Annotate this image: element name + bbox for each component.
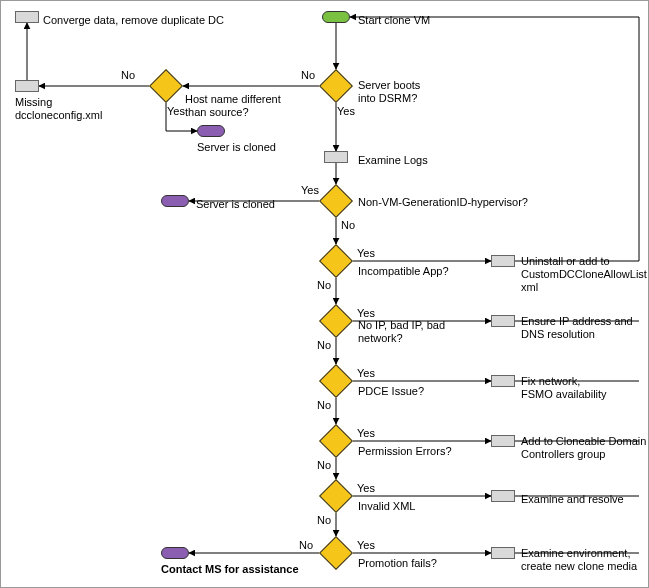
start-label: Start clone VM — [358, 14, 430, 27]
incomp-decision — [319, 244, 353, 278]
examres-label: Examine and resolve — [521, 493, 624, 506]
contact-terminator — [161, 547, 189, 559]
missing-process — [15, 80, 39, 92]
noip-decision-label: No IP, bad IP, bad network? — [358, 319, 445, 345]
pdce-yes: Yes — [357, 367, 375, 380]
fixnet-process — [491, 375, 515, 387]
uninstall-process — [491, 255, 515, 267]
host-yes: Yes — [167, 105, 185, 118]
host-decision-label: Host name different than source? — [185, 93, 281, 119]
ensureip-process — [491, 315, 515, 327]
cloned1-terminator — [197, 125, 225, 137]
examenv-label: Examine environment, create new clone me… — [521, 547, 637, 573]
xml-no: No — [317, 514, 331, 527]
converge-process — [15, 11, 39, 23]
start-terminator — [322, 11, 350, 23]
perm-no: No — [317, 459, 331, 472]
promo-decision-label: Promotion fails? — [358, 557, 437, 570]
pdce-decision-label: PDCE Issue? — [358, 385, 424, 398]
promo-yes: Yes — [357, 539, 375, 552]
addgroup-label: Add to Cloneable Domain Controllers grou… — [521, 435, 646, 461]
examine-label: Examine Logs — [358, 154, 428, 167]
incomp-no: No — [317, 279, 331, 292]
pdce-no: No — [317, 399, 331, 412]
xml-yes: Yes — [357, 482, 375, 495]
contact-label: Contact MS for assistance — [161, 563, 299, 576]
nonvm-no: No — [341, 219, 355, 232]
dsrm-decision — [319, 69, 353, 103]
noip-decision — [319, 304, 353, 338]
perm-decision-label: Permission Errors? — [358, 445, 452, 458]
flowchart-canvas: Start clone VM Converge data, remove dup… — [0, 0, 649, 588]
ensureip-label: Ensure IP address and DNS resolution — [521, 315, 633, 341]
cloned1-label: Server is cloned — [197, 141, 276, 154]
perm-yes: Yes — [357, 427, 375, 440]
dsrm-yes: Yes — [337, 105, 355, 118]
pdce-decision — [319, 364, 353, 398]
addgroup-process — [491, 435, 515, 447]
fixnet-label: Fix network, FSMO availability — [521, 375, 607, 401]
missing-label: Missing dccloneconfig.xml — [15, 96, 102, 122]
examres-process — [491, 490, 515, 502]
dsrm-decision-label: Server boots into DSRM? — [358, 79, 420, 105]
dsrm-no: No — [301, 69, 315, 82]
promo-decision — [319, 536, 353, 570]
cloned2-terminator — [161, 195, 189, 207]
xml-decision — [319, 479, 353, 513]
converge-label: Converge data, remove duplicate DC — [43, 14, 224, 27]
host-no: No — [121, 69, 135, 82]
promo-no: No — [299, 539, 313, 552]
cloned2-label: Server is cloned — [196, 198, 275, 211]
xml-decision-label: Invalid XML — [358, 500, 415, 513]
noip-no: No — [317, 339, 331, 352]
incomp-yes: Yes — [357, 247, 375, 260]
examenv-process — [491, 547, 515, 559]
host-decision — [149, 69, 183, 103]
incomp-decision-label: Incompatible App? — [358, 265, 449, 278]
nonvm-decision-label: Non-VM-GenerationID-hypervisor? — [358, 196, 528, 209]
nonvm-yes: Yes — [301, 184, 319, 197]
noip-yes: Yes — [357, 307, 375, 320]
nonvm-decision — [319, 184, 353, 218]
perm-decision — [319, 424, 353, 458]
examine-process — [324, 151, 348, 163]
uninstall-label: Uninstall or add to CustomDCCloneAllowLi… — [521, 255, 649, 295]
